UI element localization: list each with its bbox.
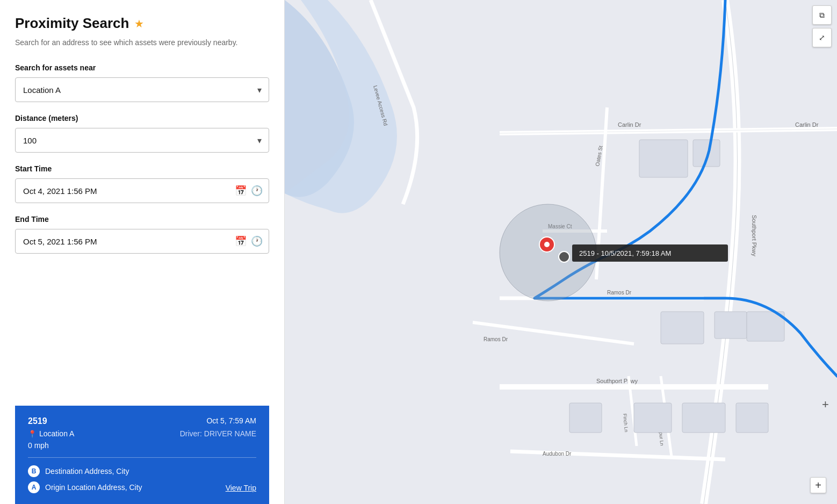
svg-rect-27 [634,403,672,433]
trip-points: B Destination Address, City A Origin Loc… [28,465,142,493]
svg-rect-31 [747,312,784,341]
origin-row: A Origin Location Address, City [28,481,142,493]
layer-icon: ⧉ [819,11,825,20]
start-time-clock-icon[interactable]: 🕐 [251,185,263,197]
asset-id: 2519 [28,416,47,426]
origin-text: Origin Location Address, City [45,483,142,492]
svg-text:Audubon Dr: Audubon Dr [543,451,572,457]
driver-name: DRIVER NAME [204,429,256,438]
svg-rect-29 [736,403,768,433]
start-time-input[interactable] [15,178,269,203]
fullscreen-icon: ⤢ [819,33,825,42]
end-time-wrapper: 📅 🕐 [15,229,269,254]
distance-field: Distance (meters) 50 100 200 500 ▾ [15,114,269,164]
location-pin-icon: 📍 [28,430,37,438]
destination-row: B Destination Address, City [28,465,142,477]
title-row: Proximity Search ★ [15,15,269,32]
end-time-label: End Time [15,215,269,224]
map-svg: Carlin Dr Carlin Dr Oates St Massie Ct L… [285,0,837,504]
distance-select-wrapper: 50 100 200 500 ▾ [15,128,269,153]
assets-near-label: Search for assets near [15,63,269,72]
star-icon[interactable]: ★ [134,17,144,30]
page-title: Proximity Search [15,15,129,32]
assets-near-field: Search for assets near Location A Locati… [15,63,269,114]
svg-point-34 [544,242,550,247]
svg-rect-26 [715,312,747,339]
end-time-icons: 📅 🕐 [235,235,263,247]
end-time-field: End Time 📅 🕐 [15,215,269,265]
svg-rect-25 [661,312,704,344]
destination-badge: B [28,465,40,477]
driver-info: Driver: DRIVER NAME [180,429,256,438]
destination-text: Destination Address, City [45,467,129,476]
start-time-field: Start Time 📅 🕐 [15,164,269,215]
zoom-plus-button[interactable]: + [810,477,826,493]
origin-badge: A [28,481,40,493]
svg-text:Southport Pkwy: Southport Pkwy [751,215,757,257]
location-select-wrapper: Location A Location B Location C ▾ [15,77,269,102]
svg-text:Ramos Dr: Ramos Dr [484,336,508,342]
start-time-wrapper: 📅 🕐 [15,178,269,203]
trip-info: B Destination Address, City A Origin Loc… [28,465,256,493]
end-time-clock-icon[interactable]: 🕐 [251,235,263,247]
start-time-label: Start Time [15,164,269,173]
fullscreen-button[interactable]: ⤢ [812,28,832,47]
svg-text:Southport Pkwy: Southport Pkwy [596,378,638,384]
svg-rect-23 [639,140,688,177]
svg-rect-28 [682,403,725,433]
svg-text:2519 - 10/5/2021, 7:59:18 AM: 2519 - 10/5/2021, 7:59:18 AM [579,249,671,257]
svg-rect-30 [569,403,602,433]
distance-label: Distance (meters) [15,114,269,123]
start-time-calendar-icon[interactable]: 📅 [235,185,247,197]
svg-text:Carlin Dr: Carlin Dr [795,121,819,128]
distance-select[interactable]: 50 100 200 500 [15,128,269,153]
svg-text:+: + [822,398,829,411]
map-area: Carlin Dr Carlin Dr Oates St Massie Ct L… [285,0,837,504]
zoom-plus-icon: + [815,479,821,492]
svg-point-35 [559,251,569,262]
end-time-input[interactable] [15,229,269,254]
map-controls: ⧉ ⤢ [812,5,832,47]
asset-speed: 0 mph [28,441,74,450]
page-subtitle: Search for an address to see which asset… [15,37,269,48]
location-select[interactable]: Location A Location B Location C [15,77,269,102]
layer-toggle-button[interactable]: ⧉ [812,5,832,25]
asset-location: Location A [39,429,74,438]
start-time-icons: 📅 🕐 [235,185,263,197]
view-trip-link[interactable]: View Trip [226,484,256,493]
left-panel: Proximity Search ★ Search for an address… [0,0,285,504]
asset-location-row: 📍 Location A [28,429,74,438]
card-divider [28,457,256,458]
result-top-row: 2519 Oct 5, 7:59 AM [28,416,256,426]
svg-text:Ramos Dr: Ramos Dr [607,290,632,296]
result-card: 2519 Oct 5, 7:59 AM 📍 Location A 0 mph D… [15,406,269,504]
svg-text:Carlin Dr: Carlin Dr [618,121,641,128]
driver-label: Driver: [180,429,202,438]
end-time-calendar-icon[interactable]: 📅 [235,235,247,247]
asset-time: Oct 5, 7:59 AM [206,416,256,425]
